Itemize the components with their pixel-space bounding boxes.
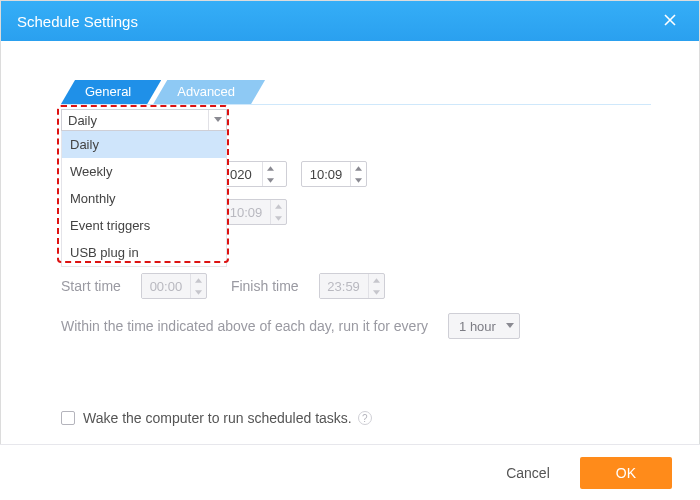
chevron-up-icon: [271, 200, 286, 212]
datetime-row-2: [221, 199, 287, 225]
dropdown-option-daily[interactable]: Daily: [62, 131, 226, 158]
chevron-up-icon: [191, 274, 206, 286]
dropdown-option-usb-plugin[interactable]: USB plug in: [62, 239, 226, 266]
dropdown-option-weekly[interactable]: Weekly: [62, 158, 226, 185]
cancel-button[interactable]: Cancel: [490, 457, 566, 489]
close-icon[interactable]: [657, 8, 683, 34]
chevron-down-icon: [369, 286, 384, 298]
tabs-row: General Advanced: [61, 79, 651, 105]
interval-select: 1 hour: [448, 313, 520, 339]
time-field[interactable]: [302, 162, 350, 186]
chevron-down-icon[interactable]: [263, 174, 278, 186]
start-time-input: [141, 273, 207, 299]
start-time-label: Start time: [61, 278, 121, 294]
spinner-buttons[interactable]: [262, 162, 278, 186]
chevron-up-icon[interactable]: [351, 162, 366, 174]
titlebar: Schedule Settings: [1, 1, 699, 41]
chevron-up-icon[interactable]: [263, 162, 278, 174]
dropdown-display[interactable]: Daily: [61, 109, 227, 131]
finish-time-input: [319, 273, 385, 299]
time-input-secondary: [221, 199, 287, 225]
interval-value: 1 hour: [459, 319, 496, 334]
interval-row: Within the time indicated above of each …: [61, 313, 520, 339]
datetime-row-1: [221, 161, 367, 187]
finish-time-field: [320, 274, 368, 298]
tab-advanced[interactable]: Advanced: [153, 80, 265, 104]
dropdown-current-value: Daily: [68, 113, 97, 128]
help-icon[interactable]: ?: [358, 411, 372, 425]
wake-checkbox[interactable]: [61, 411, 75, 425]
chevron-down-icon[interactable]: [351, 174, 366, 186]
time-field-disabled: [222, 200, 270, 224]
dropdown-option-event-triggers[interactable]: Event triggers: [62, 212, 226, 239]
footer: Cancel OK: [0, 444, 700, 500]
time-input-main[interactable]: [301, 161, 367, 187]
time-range-row: Start time Finish time: [61, 273, 385, 299]
finish-time-label: Finish time: [231, 278, 299, 294]
interval-text: Within the time indicated above of each …: [61, 318, 428, 334]
frequency-dropdown[interactable]: Daily Daily Weekly Monthly Event trigger…: [61, 109, 227, 267]
chevron-down-icon[interactable]: [208, 110, 226, 130]
chevron-down-icon: [271, 212, 286, 224]
spinner-buttons: [368, 274, 384, 298]
dropdown-option-monthly[interactable]: Monthly: [62, 185, 226, 212]
spinner-buttons: [270, 200, 286, 224]
spinner-buttons[interactable]: [350, 162, 366, 186]
spinner-buttons: [190, 274, 206, 298]
chevron-down-icon: [505, 321, 515, 331]
dropdown-list: Daily Weekly Monthly Event triggers USB …: [61, 131, 227, 267]
window-title: Schedule Settings: [17, 13, 138, 30]
date-input[interactable]: [221, 161, 287, 187]
content-area: Start time Finish time Within the time i…: [1, 105, 699, 500]
tab-general[interactable]: General: [61, 80, 161, 104]
chevron-down-icon: [191, 286, 206, 298]
wake-checkbox-row: Wake the computer to run scheduled tasks…: [61, 410, 372, 426]
ok-button[interactable]: OK: [580, 457, 672, 489]
date-field[interactable]: [222, 162, 262, 186]
chevron-up-icon: [369, 274, 384, 286]
start-time-field: [142, 274, 190, 298]
wake-checkbox-label: Wake the computer to run scheduled tasks…: [83, 410, 352, 426]
